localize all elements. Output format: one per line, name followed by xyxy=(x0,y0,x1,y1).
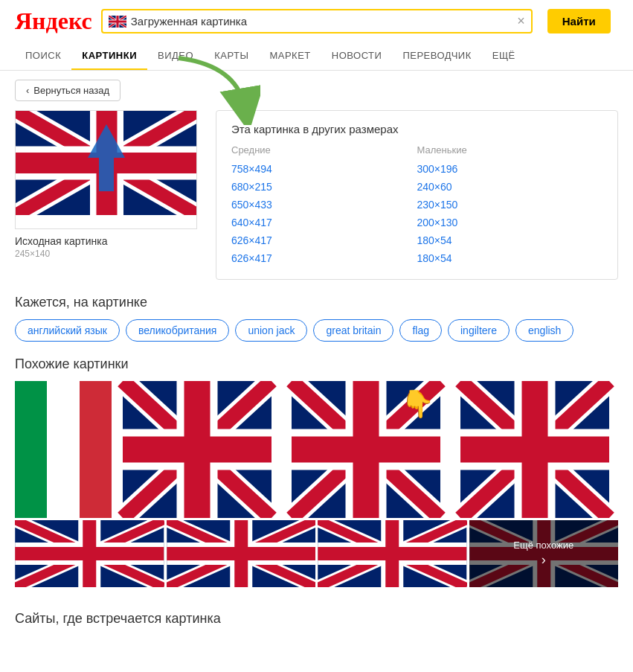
tag-item[interactable]: английский язык xyxy=(15,319,120,342)
nav-item-more[interactable]: ЕЩЁ xyxy=(482,42,526,70)
size-small-link[interactable]: 300×196 xyxy=(417,160,603,178)
nav-item-video[interactable]: ВИДЕО xyxy=(147,42,204,70)
back-button-label: Вернуться назад xyxy=(33,85,109,96)
source-image-container xyxy=(15,110,197,229)
size-medium-link[interactable]: 626×417 xyxy=(231,249,417,267)
svg-rect-4 xyxy=(15,381,47,518)
similar-image[interactable] xyxy=(167,520,316,587)
more-images-arrow: › xyxy=(542,552,546,568)
header: Яндекс Загруженная картинка × Найти xyxy=(0,0,633,42)
size-small-link[interactable]: 180×54 xyxy=(417,249,603,267)
search-query: Загруженная картинка xyxy=(131,15,512,28)
back-bar: ‹ Вернуться назад xyxy=(0,71,633,110)
logo: Яндекс xyxy=(15,7,92,35)
search-bar[interactable]: Загруженная картинка × xyxy=(101,9,533,33)
tags-container: английский языквеликобританияunion jackg… xyxy=(15,319,618,342)
size-small-link[interactable]: 180×54 xyxy=(417,231,603,249)
nav-item-market[interactable]: МАРКЕТ xyxy=(259,42,321,70)
main-content: Исходная картинка 245×140 Эта картинка в… xyxy=(0,110,633,280)
image-size: 245×140 xyxy=(15,249,201,259)
tags-section: Кажется, на картинке английский языквели… xyxy=(0,280,633,342)
nav-item-translate[interactable]: ПЕРЕВОДЧИК xyxy=(392,42,481,70)
sizes-title: Эта картинка в других размерах xyxy=(231,123,603,135)
similar-image[interactable]: 👇 xyxy=(283,381,449,518)
nav-item-search[interactable]: ПОИСК xyxy=(15,42,71,70)
svg-rect-5 xyxy=(47,381,80,518)
more-images-overlay[interactable]: Ещё похожие › xyxy=(469,520,619,587)
tag-item[interactable]: union jack xyxy=(235,319,307,342)
tag-item[interactable]: ingiltere xyxy=(448,319,510,342)
size-small-link[interactable]: 230×150 xyxy=(417,196,603,214)
tags-title: Кажется, на картинке xyxy=(15,295,618,310)
similar-title: Похожие картинки xyxy=(15,356,618,372)
size-small-link[interactable]: 200×130 xyxy=(417,214,603,231)
similar-image[interactable] xyxy=(15,520,164,587)
navigation: ПОИСК КАРТИНКИ ВИДЕО КАРТЫ МАРКЕТ НОВОСТ… xyxy=(0,42,633,71)
source-image-flag xyxy=(16,111,197,215)
sites-title: Сайты, где встречается картинка xyxy=(0,602,633,636)
tag-item[interactable]: flag xyxy=(399,319,442,342)
sizes-box: Эта картинка в других размерах Средние М… xyxy=(216,110,618,280)
size-medium-link[interactable]: 758×494 xyxy=(231,160,417,178)
source-image-section: Исходная картинка 245×140 xyxy=(15,110,201,280)
search-button[interactable]: Найти xyxy=(547,9,611,33)
search-clear-button[interactable]: × xyxy=(517,13,525,29)
tag-item[interactable]: english xyxy=(515,319,573,342)
similar-row-2: Ещё похожие › xyxy=(15,520,618,587)
col-medium-header: Средние xyxy=(231,144,417,160)
nav-item-images[interactable]: КАРТИНКИ xyxy=(71,42,147,70)
similar-image[interactable] xyxy=(452,381,618,518)
col-small-header: Маленькие xyxy=(417,144,603,160)
size-small-link[interactable]: 240×60 xyxy=(417,178,603,196)
size-medium-link[interactable]: 680×215 xyxy=(231,178,417,196)
image-label: Исходная картинка xyxy=(15,235,201,247)
search-flag-icon xyxy=(109,16,126,28)
similar-row-1: 👇 xyxy=(15,381,618,518)
back-chevron-icon: ‹ xyxy=(26,85,29,96)
nav-item-news[interactable]: НОВОСТИ xyxy=(321,42,393,70)
size-medium-link[interactable]: 640×417 xyxy=(231,214,417,231)
svg-rect-6 xyxy=(80,381,112,518)
tag-item[interactable]: великобритания xyxy=(126,319,229,342)
sizes-section: Эта картинка в других размерах Средние М… xyxy=(216,110,618,280)
back-button[interactable]: ‹ Вернуться назад xyxy=(15,80,121,101)
nav-item-maps[interactable]: КАРТЫ xyxy=(204,42,259,70)
similar-image[interactable] xyxy=(15,381,112,518)
similar-section: Похожие картинки xyxy=(0,342,633,602)
sizes-grid: Средние Маленькие xyxy=(231,144,603,160)
similar-image[interactable] xyxy=(318,520,467,587)
size-medium-link[interactable]: 626×417 xyxy=(231,231,417,249)
more-images-label: Ещё похожие xyxy=(513,540,573,551)
similar-image[interactable] xyxy=(114,381,280,518)
size-medium-link[interactable]: 650×433 xyxy=(231,196,417,214)
sizes-rows: 758×494300×196680×215240×60650×433230×15… xyxy=(231,160,603,267)
tag-item[interactable]: great britain xyxy=(313,319,393,342)
